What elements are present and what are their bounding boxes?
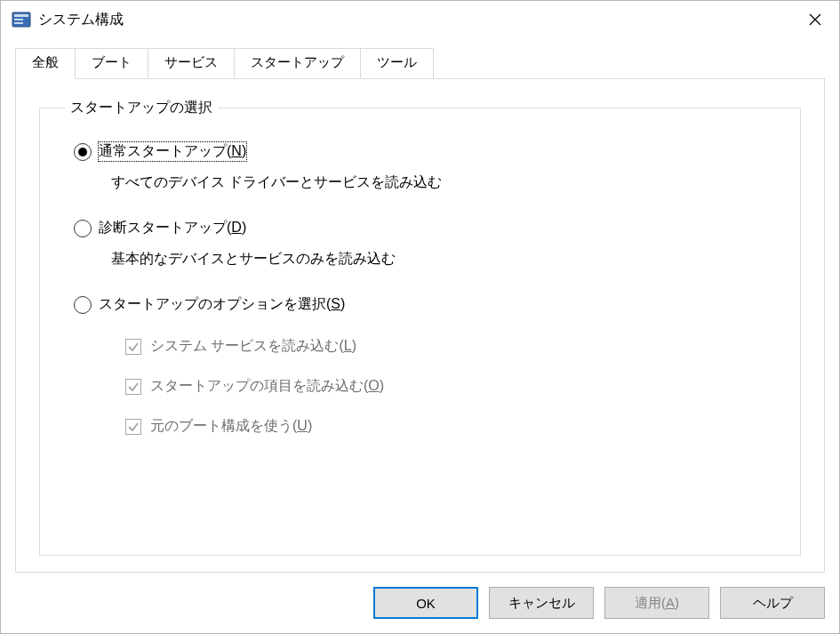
radio-block-selective: スタートアップのオプションを選択(S) システム サービスを読み込む(L) — [74, 295, 779, 436]
svg-rect-3 — [14, 22, 23, 24]
checkmark-icon — [127, 381, 140, 393]
cancel-button[interactable]: キャンセル — [489, 587, 594, 619]
title-bar: システム構成 — [1, 1, 839, 38]
checkmark-icon — [127, 421, 140, 433]
radio-desc-diagnostic: 基本的なデバイスとサービスのみを読み込む — [111, 250, 779, 269]
tab-boot[interactable]: ブート — [75, 48, 148, 79]
tabs-row: 全般 ブート サービス スタートアップ ツール — [15, 47, 825, 78]
window-title: システム構成 — [38, 11, 795, 29]
radio-block-diagnostic: 診断スタートアップ(D) 基本的なデバイスとサービスのみを読み込む — [74, 219, 779, 269]
help-button[interactable]: ヘルプ — [720, 587, 825, 619]
app-icon — [12, 10, 31, 29]
checkmark-icon — [127, 341, 140, 353]
radio-desc-normal: すべてのデバイス ドライバーとサービスを読み込む — [111, 173, 779, 192]
check-label-original-boot: 元のブート構成を使う(U) — [150, 417, 312, 436]
check-item-services: システム サービスを読み込む(L) — [125, 337, 779, 356]
group-legend: スタートアップの選択 — [65, 99, 218, 117]
dialog-window: システム構成 全般 ブート サービス スタートアップ ツール スタートアップの選… — [0, 0, 840, 634]
tab-startup[interactable]: スタートアップ — [234, 48, 361, 79]
radio-label-normal[interactable]: 通常スタートアップ(N) — [99, 142, 246, 161]
check-item-startup: スタートアップの項目を読み込む(O) — [125, 377, 779, 396]
radio-selective[interactable] — [74, 296, 92, 314]
radio-item-normal[interactable]: 通常スタートアップ(N) — [74, 142, 779, 161]
radio-item-diagnostic[interactable]: 診断スタートアップ(D) — [74, 219, 779, 237]
check-label-startup: スタートアップの項目を読み込む(O) — [150, 377, 384, 396]
svg-rect-1 — [14, 14, 28, 17]
radio-block-normal: 通常スタートアップ(N) すべてのデバイス ドライバーとサービスを読み込む — [74, 142, 779, 192]
check-startup — [125, 379, 141, 395]
radio-diagnostic[interactable] — [74, 220, 92, 237]
button-row: OK キャンセル 適用(A) ヘルプ — [1, 573, 839, 633]
client-area: 全般 ブート サービス スタートアップ ツール スタートアップの選択 通常スター… — [1, 38, 839, 573]
radio-label-diagnostic[interactable]: 診断スタートアップ(D) — [99, 219, 246, 237]
check-original-boot — [125, 419, 141, 435]
tab-general[interactable]: 全般 — [15, 48, 76, 79]
selective-sub-checks: システム サービスを読み込む(L) スタートアップの項目を読み込む(O) — [125, 337, 779, 436]
svg-rect-2 — [14, 19, 23, 20]
close-icon — [809, 13, 821, 26]
radio-list: 通常スタートアップ(N) すべてのデバイス ドライバーとサービスを読み込む 診断… — [74, 142, 779, 436]
tab-panel-general: スタートアップの選択 通常スタートアップ(N) すべてのデバイス ドライバーとサ… — [15, 78, 825, 573]
close-button[interactable] — [795, 4, 836, 36]
radio-label-selective[interactable]: スタートアップのオプションを選択(S) — [99, 295, 345, 314]
ok-button[interactable]: OK — [373, 587, 478, 619]
radio-item-selective[interactable]: スタートアップのオプションを選択(S) — [74, 295, 779, 314]
check-label-services: システム サービスを読み込む(L) — [150, 337, 356, 356]
check-item-original-boot: 元のブート構成を使う(U) — [125, 417, 779, 436]
radio-normal[interactable] — [74, 143, 92, 161]
startup-selection-group: スタートアップの選択 通常スタートアップ(N) すべてのデバイス ドライバーとサ… — [39, 99, 801, 556]
tab-services[interactable]: サービス — [148, 48, 235, 79]
apply-button: 適用(A) — [604, 587, 709, 619]
tab-tools[interactable]: ツール — [360, 48, 434, 79]
check-services — [125, 339, 141, 355]
